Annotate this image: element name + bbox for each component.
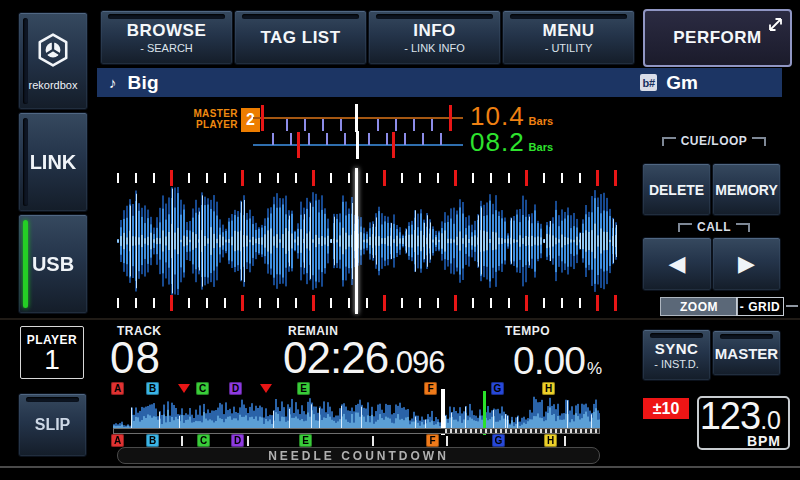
sidebar-item-link[interactable]: LINK [18, 112, 88, 212]
tab-groove [376, 14, 493, 19]
beat-tick-bar [383, 295, 386, 311]
player-bars-value: 08.2 Bars [470, 129, 553, 155]
phase-beat-tick [308, 133, 310, 145]
beat-tick-beat [224, 173, 226, 183]
beat-tick-beat [206, 298, 208, 308]
player-bars-number: 08.2 [470, 129, 525, 155]
beat-tick-beat [508, 173, 510, 183]
tempo-percent-sign: % [587, 360, 602, 377]
beat-tick-beat [437, 173, 439, 183]
beat-tick-beat [153, 173, 155, 183]
beat-tick-beat [330, 298, 332, 308]
beat-tick-bar [241, 170, 244, 186]
bpm-integer: 123 [700, 397, 760, 435]
phase-beat-tick [344, 133, 346, 145]
track-title: Big [128, 72, 160, 94]
beat-tick-bar [614, 295, 617, 311]
hot-cue-g[interactable]: G [492, 434, 505, 447]
needle-countdown-bar: NEEDLE COUNTDOWN [117, 447, 600, 464]
beat-tick-bar [312, 295, 315, 311]
beat-tick-beat [117, 298, 119, 308]
slip-button[interactable]: SLIP [18, 393, 87, 457]
bracket-right [736, 223, 750, 232]
beat-tick-bar [170, 170, 173, 186]
beat-tick-beat [579, 298, 581, 308]
phase-position-tick [356, 131, 359, 159]
tab-groove [650, 333, 703, 338]
beat-tick-beat [437, 298, 439, 308]
phase-beat-tick [377, 119, 379, 131]
cue-call-next-button[interactable]: ▶ [712, 237, 781, 291]
hot-cue-b[interactable]: B [146, 434, 159, 447]
beat-tick-beat [561, 173, 563, 183]
rekordbox-logo-icon [35, 32, 71, 72]
phase-bar-tick [449, 105, 452, 131]
arrow-right-icon: ▶ [738, 251, 755, 277]
beat-tick-beat [330, 173, 332, 183]
overview-waveform[interactable] [113, 391, 600, 428]
remain-minutes-seconds: 02:26 [283, 336, 388, 380]
master-bars-value: 10.4 Bars [470, 103, 553, 129]
beat-tick-bar [170, 295, 173, 311]
tab-taglist-label: TAG LIST [260, 28, 340, 48]
sync-sublabel: - INST.D. [654, 358, 699, 370]
grid-toggle[interactable]: - GRID [736, 297, 784, 316]
phase-beat-tick [368, 133, 370, 145]
cue-call-prev-button[interactable]: ◀ [642, 237, 712, 291]
beat-tick-bar [383, 170, 386, 186]
remain-time-display: 02:26 .096 [283, 336, 444, 380]
phase-beat-tick [386, 133, 388, 145]
beat-tick-beat [117, 173, 119, 183]
beat-tick-beat [153, 298, 155, 308]
music-note-icon: ♪ [109, 74, 117, 91]
phase-beat-tick [404, 133, 406, 145]
remain-milliseconds: .096 [388, 347, 444, 378]
beat-tick-beat [366, 298, 368, 308]
hot-cue-a[interactable]: A [111, 434, 124, 447]
playhead [355, 168, 358, 314]
beat-tick-beat [348, 173, 350, 183]
bracket-right [752, 137, 766, 146]
phrase-tick [372, 436, 374, 446]
zoom-toggle[interactable]: ZOOM [660, 297, 738, 316]
tempo-label: TEMPO [505, 324, 550, 338]
delete-label: DELETE [649, 182, 704, 198]
hot-cue-e[interactable]: E [299, 434, 312, 447]
beat-tick-beat [135, 298, 137, 308]
tempo-range-badge: ±10 [643, 398, 689, 419]
hot-cue-c[interactable]: C [197, 434, 210, 447]
hot-cue-f[interactable]: F [426, 434, 439, 447]
master-bars-number: 10.4 [470, 103, 525, 129]
sidebar-item-usb[interactable]: USB [18, 214, 88, 314]
beat-tick-beat [543, 298, 545, 308]
phase-beat-tick [290, 133, 292, 145]
tab-groove [108, 14, 225, 19]
tab-info-label: INFO [413, 21, 456, 41]
tab-browse[interactable]: BROWSE - SEARCH [100, 10, 233, 65]
bpm-number: 123 .0 [700, 397, 781, 435]
beat-tick-beat [259, 298, 261, 308]
tempo-display: 0.00 % [498, 341, 602, 380]
sync-button[interactable]: SYNC - INST.D. [642, 329, 711, 381]
master-label-line1: MASTER [178, 108, 238, 119]
call-group-label: CALL [646, 220, 782, 234]
master-button[interactable]: MASTER [712, 330, 781, 376]
sidebar-item-rekordbox[interactable]: rekordbox [18, 12, 88, 110]
phrase-tick [181, 436, 183, 446]
tab-info[interactable]: INFO - LINK INFO [368, 10, 501, 65]
hot-cue-d[interactable]: D [231, 434, 244, 447]
tab-menu[interactable]: MENU - UTILITY [502, 10, 635, 65]
perform-button[interactable]: PERFORM [643, 9, 792, 67]
beat-tick-beat [490, 173, 492, 183]
cue-memory-button[interactable]: MEMORY [712, 163, 781, 216]
usb-active-indicator [23, 220, 28, 308]
main-waveform[interactable] [117, 185, 617, 297]
cue-delete-button[interactable]: DELETE [642, 163, 711, 216]
beat-tick-bar [525, 170, 528, 186]
key-value: Gm [666, 72, 698, 94]
beat-tick-beat [295, 173, 297, 183]
hot-cue-h[interactable]: H [544, 434, 557, 447]
cue-loop-text: CUE/LOOP [681, 134, 748, 148]
slip-label: SLIP [35, 416, 71, 434]
tab-tag-list[interactable]: TAG LIST [234, 10, 367, 65]
